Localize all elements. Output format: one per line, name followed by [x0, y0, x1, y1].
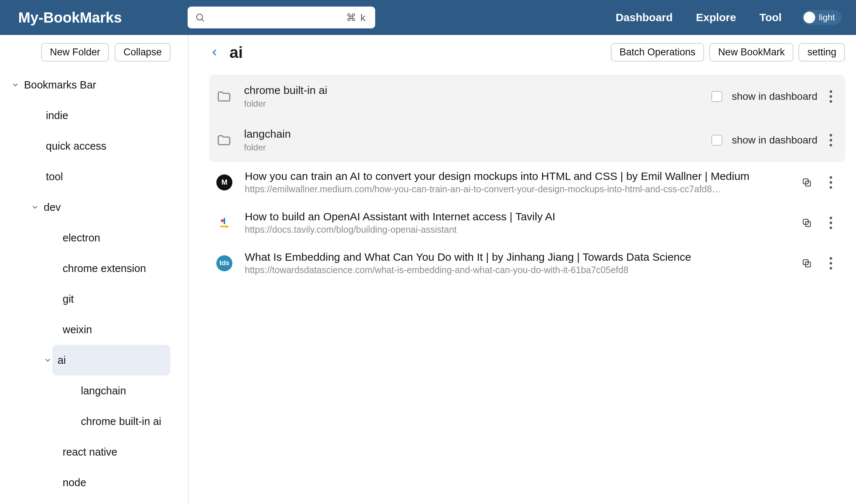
- settings-button[interactable]: setting: [798, 43, 845, 62]
- copy-icon[interactable]: [801, 258, 812, 269]
- svg-marker-13: [226, 225, 228, 228]
- svg-point-19: [830, 227, 832, 229]
- sidebar-item-label: tool: [46, 171, 63, 183]
- tree-root-label: Bookmarks Bar: [24, 79, 96, 91]
- search-field-wrap: ⌘ k: [188, 7, 375, 28]
- sidebar-item-electron[interactable]: electron: [3, 223, 170, 253]
- sidebar-item-chrome-extension[interactable]: chrome extension: [3, 253, 170, 284]
- more-icon[interactable]: [827, 176, 835, 189]
- app-logo[interactable]: My-BookMarks: [18, 9, 122, 26]
- list-bookmark-row[interactable]: tds What Is Embedding and What Can You D…: [209, 243, 845, 283]
- bookmark-url: https://towardsdatascience.com/what-is-e…: [245, 265, 747, 275]
- bookmark-title: How to build an OpenAI Assistant with In…: [245, 210, 789, 223]
- more-icon[interactable]: [827, 257, 835, 269]
- svg-point-6: [830, 139, 832, 142]
- sidebar-item-label: git: [63, 293, 74, 305]
- header-nav: Dashboard Explore Tool: [616, 11, 782, 24]
- back-icon[interactable]: [209, 47, 220, 58]
- sidebar-item-chrome-built-in-ai[interactable]: chrome built-in ai: [3, 406, 170, 437]
- list-bookmark-row[interactable]: How to build an OpenAI Assistant with In…: [209, 202, 845, 243]
- theme-toggle-label: light: [819, 12, 835, 23]
- nav-tool[interactable]: Tool: [759, 11, 782, 24]
- svg-line-1: [202, 19, 204, 21]
- bookmark-title: How you can train an AI to convert your …: [245, 170, 789, 182]
- show-in-dashboard-checkbox[interactable]: [711, 91, 722, 102]
- sidebar-item-react-native[interactable]: react native: [3, 437, 170, 467]
- new-folder-button[interactable]: New Folder: [41, 43, 109, 62]
- list-bookmark-row[interactable]: M How you can train an AI to convert you…: [209, 162, 845, 202]
- sidebar-item-label: ai: [58, 354, 66, 366]
- sidebar-item-label: node: [63, 477, 86, 489]
- more-icon[interactable]: [827, 90, 835, 103]
- search-shortcut-label: ⌘ k: [346, 12, 366, 24]
- show-in-dashboard-label: show in dashboard: [732, 134, 817, 146]
- folder-type-label: folder: [244, 99, 327, 109]
- svg-point-10: [830, 176, 832, 179]
- sidebar-item-weixin[interactable]: weixin: [3, 314, 170, 345]
- svg-point-3: [830, 95, 832, 98]
- bookmark-title: What Is Embedding and What Can You Do wi…: [245, 251, 789, 263]
- chevron-down-icon: [26, 203, 44, 211]
- sidebar-item-tool[interactable]: tool: [3, 161, 170, 192]
- svg-point-12: [830, 186, 832, 189]
- show-in-dashboard-checkbox[interactable]: [711, 135, 722, 146]
- sidebar-item-label: quick access: [46, 140, 106, 152]
- show-in-dashboard-label: show in dashboard: [732, 91, 817, 102]
- new-bookmark-button[interactable]: New BookMark: [709, 43, 793, 62]
- svg-point-2: [830, 90, 832, 93]
- item-list: chrome built-in ai folder show in dashbo…: [209, 75, 845, 283]
- content-actions: Batch Operations New BookMark setting: [611, 43, 845, 62]
- folder-name: langchain: [244, 128, 291, 140]
- chevron-down-icon: [7, 81, 24, 89]
- svg-point-22: [830, 257, 832, 260]
- folder-icon: [216, 133, 232, 148]
- sidebar-item-node[interactable]: node: [3, 467, 170, 498]
- sidebar-item-dev[interactable]: dev: [3, 192, 170, 223]
- svg-point-5: [830, 134, 832, 137]
- folder-icon: [216, 89, 232, 104]
- svg-point-17: [830, 217, 832, 219]
- sidebar-item-label: chrome extension: [63, 263, 146, 275]
- copy-icon[interactable]: [801, 177, 812, 188]
- tree-root[interactable]: Bookmarks Bar: [3, 70, 170, 100]
- search-icon: [195, 12, 205, 23]
- list-folder-row[interactable]: langchain folder show in dashboard: [209, 118, 845, 162]
- svg-point-23: [830, 262, 832, 264]
- svg-point-18: [830, 221, 832, 224]
- sidebar-item-quick-access[interactable]: quick access: [3, 131, 170, 161]
- theme-toggle[interactable]: light: [802, 10, 841, 25]
- more-icon[interactable]: [827, 217, 835, 229]
- folder-tree: Bookmarks Bar indie quick access tool de…: [0, 65, 188, 498]
- list-folder-row[interactable]: chrome built-in ai folder show in dashbo…: [209, 75, 845, 118]
- sidebar-item-label: react native: [63, 446, 117, 458]
- batch-operations-button[interactable]: Batch Operations: [611, 43, 704, 62]
- content-pane: ai Batch Operations New BookMark setting…: [189, 35, 856, 504]
- svg-point-4: [830, 100, 832, 103]
- sidebar-item-label: electron: [63, 232, 100, 244]
- sidebar-item-label: dev: [44, 201, 61, 213]
- svg-point-24: [830, 267, 832, 269]
- sidebar-item-langchain[interactable]: langchain: [3, 375, 170, 406]
- favicon-icon: [216, 215, 232, 231]
- sidebar-item-label: weixin: [63, 324, 92, 336]
- more-icon[interactable]: [827, 134, 835, 146]
- sidebar-item-ai[interactable]: ai: [52, 345, 170, 375]
- bookmark-url: https://emilwallner.medium.com/how-you-c…: [245, 184, 747, 194]
- content-header: ai Batch Operations New BookMark setting: [209, 43, 845, 62]
- folder-name: chrome built-in ai: [244, 84, 327, 97]
- folder-type-label: folder: [244, 142, 291, 153]
- sidebar-actions: New Folder Collapse: [0, 35, 188, 65]
- theme-toggle-knob: [804, 12, 815, 23]
- svg-point-7: [830, 144, 832, 146]
- nav-dashboard[interactable]: Dashboard: [616, 11, 673, 24]
- sidebar: New Folder Collapse Bookmarks Bar indie …: [0, 35, 189, 504]
- nav-explore[interactable]: Explore: [696, 11, 736, 24]
- sidebar-item-label: langchain: [81, 385, 126, 397]
- copy-icon[interactable]: [801, 217, 812, 228]
- sidebar-item-label: chrome built-in ai: [81, 416, 161, 428]
- collapse-button[interactable]: Collapse: [115, 43, 170, 62]
- svg-point-14: [221, 219, 224, 222]
- sidebar-item-git[interactable]: git: [3, 284, 170, 314]
- sidebar-item-indie[interactable]: indie: [3, 100, 170, 131]
- header-bar: My-BookMarks ⌘ k Dashboard Explore Tool …: [0, 0, 856, 35]
